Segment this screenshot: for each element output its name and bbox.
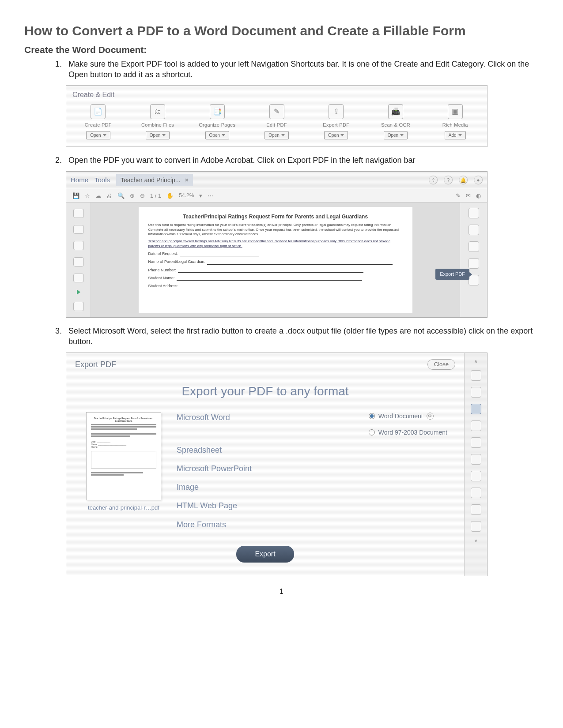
radio-option[interactable]: Word 97-2003 Document <box>369 428 447 437</box>
more-icon[interactable]: ◐ <box>476 192 481 200</box>
tab-home[interactable]: Home <box>71 176 88 184</box>
zoom-level[interactable]: 54.2% <box>179 192 194 199</box>
tool-combine-files[interactable]: 🗂 Combine Files Open <box>132 104 184 139</box>
page-title: How to Convert a PDF to a Word Document … <box>24 22 539 40</box>
right-tools: Export PDF <box>460 203 487 317</box>
scroll-down-icon[interactable]: ∨ <box>474 538 477 544</box>
save-icon[interactable]: 💾 <box>72 192 79 200</box>
format-option[interactable]: HTML Web Page <box>177 500 237 511</box>
radio-icon <box>369 429 375 435</box>
page-icon[interactable] <box>73 274 84 283</box>
radio-icon <box>369 413 375 419</box>
sign-icon[interactable]: ✎ <box>456 192 461 200</box>
file-thumbnail: Teacher/Principal Ratings Request Form f… <box>79 412 168 530</box>
open-button[interactable]: Open <box>86 131 110 140</box>
doc-tab[interactable]: Teacher and Princip...× <box>116 174 193 186</box>
share-icon[interactable]: ⇧ <box>429 176 438 184</box>
format-option[interactable]: Image <box>177 482 199 492</box>
figure-create-edit-panel: Create & Edit 📄 Create PDF Open🗂 Combine… <box>66 85 487 147</box>
search-tool-icon[interactable] <box>469 208 479 218</box>
tool-edit-pdf[interactable]: ✎ Edit PDF Open <box>251 104 302 139</box>
tool-create-pdf[interactable]: 📄 Create PDF Open <box>72 104 124 139</box>
open-button[interactable]: Open <box>146 131 170 140</box>
close-button[interactable]: Close <box>427 359 455 370</box>
export-pdf-icon[interactable] <box>469 258 479 269</box>
tool-organize-pages[interactable]: 📑 Organize Pages Open <box>191 104 243 139</box>
open-button[interactable]: Add <box>445 131 466 140</box>
tool-icon: ▣ <box>448 104 463 119</box>
open-button[interactable]: Open <box>205 131 229 140</box>
tool-rich-media[interactable]: ▣ Rich Media Add <box>429 104 481 139</box>
tool-label: Combine Files <box>141 122 174 128</box>
tool-icon: 📑 <box>210 104 225 119</box>
expand-icon[interactable] <box>77 289 80 295</box>
document-page: Teacher/Principal Ratings Request Form f… <box>139 207 412 313</box>
create-pdf-icon[interactable] <box>471 370 481 381</box>
radio-option[interactable]: Word Document ⚙ <box>369 412 447 420</box>
sign-icon[interactable] <box>471 488 481 498</box>
page-number: 1 <box>24 587 539 597</box>
tool-label: Export PDF <box>323 122 349 128</box>
format-option[interactable]: More Formats <box>177 519 226 530</box>
close-icon[interactable]: × <box>185 176 188 184</box>
send-icon[interactable] <box>471 504 481 515</box>
account-icon[interactable]: ● <box>474 176 483 184</box>
comment-icon[interactable] <box>469 275 479 285</box>
section-heading: Create the Word Document: <box>24 44 539 56</box>
export-button[interactable]: Export <box>236 546 294 563</box>
settings-icon[interactable] <box>73 302 84 311</box>
panel-heading: Export your PDF to any format <box>75 383 455 400</box>
thumbnails-icon[interactable] <box>73 209 84 218</box>
create-pdf-icon[interactable] <box>469 225 479 235</box>
open-button[interactable]: Open <box>384 131 408 140</box>
scroll-up-icon[interactable]: ∧ <box>474 358 477 364</box>
step-3: Select Microsoft Word, select the first … <box>64 326 539 576</box>
layers-icon[interactable] <box>73 241 84 250</box>
organize-icon[interactable] <box>471 437 481 448</box>
edit-pdf-icon[interactable] <box>469 241 479 252</box>
open-button[interactable]: Open <box>264 131 288 140</box>
cloud-icon[interactable]: ☁ <box>95 192 101 200</box>
panel-title: Create & Edit <box>72 90 481 100</box>
tool-icon: 📄 <box>91 104 106 119</box>
tool-label: Create PDF <box>85 122 112 128</box>
tool-export-pdf[interactable]: ⇪ Export PDF Open <box>310 104 362 139</box>
thumbnail-filename: teacher-and-principal-r…pdf <box>88 504 159 512</box>
protect-icon[interactable] <box>471 471 481 481</box>
step-1: Make sure the Export PDF tool is added t… <box>64 59 539 147</box>
tool-icon: 📠 <box>388 104 403 119</box>
gear-icon[interactable]: ⚙ <box>427 413 434 420</box>
export-pdf-tooltip: Export PDF <box>435 269 469 280</box>
print-icon[interactable]: 🖨 <box>106 192 112 200</box>
mail-icon[interactable]: ✉ <box>466 192 471 200</box>
stamp-icon[interactable] <box>471 521 481 532</box>
tool-label: Edit PDF <box>266 122 287 128</box>
tool-scan-ocr[interactable]: 📠 Scan & OCR Open <box>370 104 422 139</box>
figure-export-pdf-panel: Export PDF Close Export your PDF to any … <box>66 353 487 576</box>
format-option[interactable]: Spreadsheet <box>177 445 222 455</box>
figure-acrobat-window: Home Tools Teacher and Princip...× ⇧ ? 🔔… <box>66 171 487 318</box>
export-pdf-icon[interactable] <box>471 404 481 414</box>
tool-label: Scan & OCR <box>381 122 410 128</box>
hand-icon[interactable]: ✋ <box>166 192 174 200</box>
nav-up-icon[interactable]: ⊕ <box>130 192 135 200</box>
search-icon[interactable]: 🔍 <box>117 192 125 200</box>
tab-tools[interactable]: Tools <box>94 176 110 184</box>
format-option[interactable]: Microsoft Word <box>177 412 230 437</box>
bell-icon[interactable]: 🔔 <box>459 176 468 184</box>
edit-pdf-icon[interactable] <box>471 387 481 398</box>
format-option[interactable]: Microsoft PowerPoint <box>177 463 252 474</box>
help-icon[interactable]: ? <box>444 176 453 184</box>
bookmark-icon[interactable] <box>73 225 84 234</box>
tool-icon: ✎ <box>269 104 284 119</box>
panel-title: Export PDF <box>75 359 116 370</box>
comment-icon[interactable] <box>471 420 481 431</box>
right-sidebar: ∧ ∨ <box>464 353 487 576</box>
open-button[interactable]: Open <box>324 131 348 140</box>
star-icon[interactable]: ☆ <box>85 192 90 200</box>
step-2: Open the PDF you want to convert in Adob… <box>64 155 539 318</box>
tool-icon: ⇪ <box>329 104 344 119</box>
nav-down-icon[interactable]: ⊖ <box>140 192 145 200</box>
attachment-icon[interactable] <box>73 257 84 266</box>
enhance-icon[interactable] <box>471 454 481 465</box>
